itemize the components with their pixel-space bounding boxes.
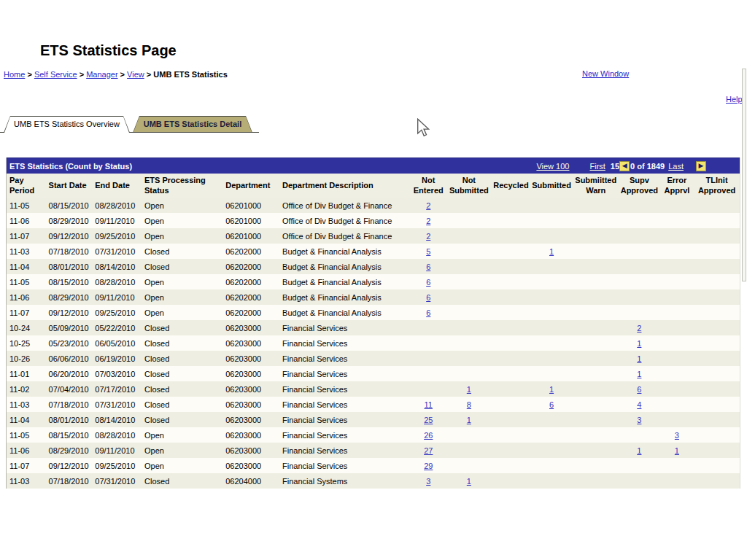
help-link[interactable]: Help [726,95,743,104]
count-link-error-apprvl[interactable]: 1 [675,446,679,455]
cell-not-entered: 25 [411,412,446,427]
count-link-not-entered[interactable]: 11 [425,400,433,409]
cell-supv-approved [619,228,660,244]
count-link-supv-approved[interactable]: 1 [637,370,641,378]
cell-not-submitted [446,320,492,335]
cell-not-submitted [446,244,492,259]
count-link-supv-approved[interactable]: 6 [637,385,641,394]
view-100-link[interactable]: View 100 [536,162,569,171]
cell-submiitted-warn [573,473,619,489]
table-row: 11-0307/18/201007/31/2010Closed06203000F… [7,397,740,412]
cell-submiitted-warn [573,458,619,473]
count-link-not-entered[interactable]: 3 [426,477,430,486]
previous-page-icon[interactable]: ◀ [619,161,630,171]
cell-recycled [492,305,530,320]
new-window-link[interactable]: New Window [582,69,629,78]
cell-submitted [530,289,573,305]
cell-end-date: 08/14/2010 [93,412,143,427]
cell-start-date: 09/12/2010 [47,305,94,320]
cell-error-apprvl [660,213,694,228]
pagination-prefix: 15 [611,162,619,171]
cell-not-submitted [446,289,492,305]
count-link-not-entered[interactable]: 6 [426,308,430,317]
count-link-not-submitted[interactable]: 8 [467,400,471,409]
cell-not-submitted: 8 [446,397,492,412]
breadcrumb-link-home[interactable]: Home [4,70,25,79]
count-link-not-entered[interactable]: 2 [426,232,430,241]
cell-submiitted-warn [573,427,619,443]
count-link-submitted[interactable]: 1 [549,247,554,256]
count-link-supv-approved[interactable]: 1 [637,446,641,455]
cell-pay-period: 11-07 [7,458,47,473]
table-body: 11-0508/15/201008/28/2010Open06201000Off… [7,198,740,489]
count-link-not-submitted[interactable]: 1 [467,416,471,424]
cell-error-apprvl [660,305,694,320]
first-link[interactable]: First [589,162,605,171]
tab-umb-ets-statistics-overview[interactable]: UMB ETS Statistics Overview [4,116,130,133]
count-link-supv-approved[interactable]: 1 [637,339,641,348]
table-row: 11-0207/04/201007/17/2010Closed06203000F… [7,381,740,397]
cell-supv-approved [619,473,660,489]
count-link-supv-approved[interactable]: 4 [637,400,641,409]
count-link-not-entered[interactable]: 27 [424,446,433,455]
cell-department-description: Budget & Financial Analysis [281,244,411,259]
cell-not-submitted: 1 [446,473,492,489]
count-link-not-submitted[interactable]: 1 [467,385,471,394]
count-link-submitted[interactable]: 6 [549,400,554,409]
cell-department: 06203000 [224,381,281,397]
count-link-not-entered[interactable]: 6 [426,293,430,302]
cell-submitted [530,366,573,381]
breadcrumb-link-view[interactable]: View [127,70,144,79]
cell-not-entered: 2 [411,198,446,213]
count-link-not-entered[interactable]: 2 [426,217,430,225]
cell-submiitted-warn [573,305,619,320]
cell-tlinit-approved [694,198,740,213]
count-link-supv-approved[interactable]: 1 [637,354,641,363]
cell-supv-approved [619,427,660,443]
count-link-supv-approved[interactable]: 3 [637,416,641,424]
cell-supv-approved [619,244,660,259]
breadcrumb-separator: > [25,70,34,79]
cell-pay-period: 11-01 [7,366,47,381]
count-link-not-entered[interactable]: 29 [424,462,433,470]
count-link-not-entered[interactable]: 6 [426,262,430,271]
cell-submitted [530,412,573,427]
cell-department: 06203000 [224,366,281,381]
cell-not-submitted [446,427,492,443]
count-link-not-entered[interactable]: 5 [426,247,430,256]
breadcrumb-current: UMB ETS Statistics [153,70,227,79]
count-link-not-entered[interactable]: 6 [426,278,430,287]
tab-umb-ets-statistics-detail[interactable]: UMB ETS Statistics Detail [133,116,252,133]
cell-submitted [530,228,573,244]
cell-supv-approved [619,305,660,320]
breadcrumb-link-manager[interactable]: Manager [86,70,117,79]
cell-start-date: 07/04/2010 [47,381,94,397]
scrollbar-track[interactable] [742,69,746,281]
count-link-not-entered[interactable]: 25 [424,416,433,424]
count-link-not-submitted[interactable]: 1 [467,477,471,486]
cell-tlinit-approved [694,289,740,305]
table-row: 11-0106/20/201007/03/2010Closed06203000F… [7,366,740,381]
cell-not-submitted [446,335,492,351]
cell-pay-period: 10-26 [7,351,47,366]
cell-supv-approved [619,274,660,289]
table-row: 11-0408/01/201008/14/2010Closed06203000F… [7,412,740,427]
cell-department: 06203000 [224,443,281,458]
cell-pay-period: 11-02 [7,381,47,397]
cell-tlinit-approved [694,213,740,228]
next-page-icon[interactable]: ▶ [696,161,706,171]
count-link-error-apprvl[interactable]: 3 [675,431,679,440]
cell-submitted [530,335,573,351]
count-link-not-entered[interactable]: 2 [426,201,430,210]
count-link-submitted[interactable]: 1 [549,385,554,394]
cell-supv-approved: 1 [619,335,660,351]
cell-end-date: 07/03/2010 [93,366,143,381]
column-header-ets-processing-status: ETS Processing Status [143,174,224,198]
cell-not-submitted [446,274,492,289]
last-link[interactable]: Last [668,162,684,171]
count-link-supv-approved[interactable]: 2 [637,324,641,332]
count-link-not-entered[interactable]: 26 [424,431,433,440]
breadcrumb-link-self-service[interactable]: Self Service [34,70,77,79]
cell-department: 06202000 [224,244,281,259]
ets-statistics-grid: ETS Statistics (Count by Status) View 10… [6,158,740,489]
